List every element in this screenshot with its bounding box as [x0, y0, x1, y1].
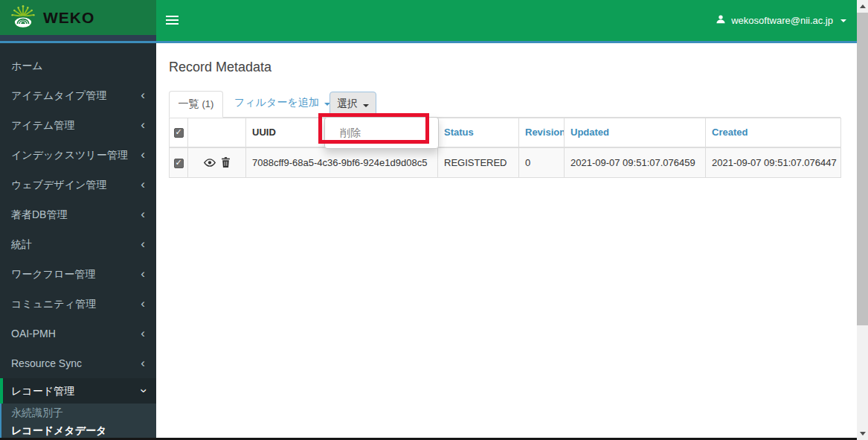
chevron-left-icon: ‹	[141, 80, 145, 110]
chevron-left-icon: ‹	[141, 348, 145, 378]
weko-admin-screen: WEKO wekosoftware@nii.ac.jp ホーム アイテムタイプ管…	[0, 0, 868, 440]
dropdown-item-delete[interactable]: 削除	[325, 118, 438, 148]
content-area: Record Metadata 一覧 (1) フィルターを追加 選択 ✓	[156, 43, 857, 438]
chevron-down-icon	[363, 104, 369, 107]
created-column-header[interactable]: Created	[706, 118, 841, 147]
sidebar-item-record-mgmt[interactable]: レコード管理‹	[0, 378, 156, 404]
brand-name: WEKO	[43, 9, 94, 27]
chevron-left-icon: ‹	[141, 140, 145, 170]
triangle-down-icon	[860, 432, 866, 436]
updated-column-header[interactable]: Updated	[565, 118, 706, 147]
record-mgmt-submenu: 永続識別子 レコードメタデータ	[0, 404, 156, 439]
sidebar-top-strip	[0, 35, 156, 41]
scrollbar-thumb[interactable]	[857, 13, 868, 325]
row-checkbox[interactable]: ✓	[174, 159, 184, 168]
sidebar-item-community-mgmt[interactable]: コミュニティ管理‹	[0, 289, 156, 319]
delete-trash-icon[interactable]	[221, 157, 231, 168]
chevron-left-icon: ‹	[141, 200, 145, 229]
user-icon	[716, 14, 726, 27]
page-scrollbar[interactable]	[857, 0, 868, 440]
sidebar-item-item-mgmt[interactable]: アイテム管理‹	[0, 110, 156, 140]
row-created: 2021-09-07 09:51:07.076447	[706, 147, 841, 178]
sidebar-item-workflow-mgmt[interactable]: ワークフロー管理‹	[0, 259, 156, 289]
top-navbar: wekosoftware@nii.ac.jp	[156, 0, 857, 41]
chevron-left-icon: ‹	[141, 170, 145, 200]
chevron-left-icon: ‹	[141, 289, 145, 319]
sidebar-item-statistics[interactable]: 統計‹	[0, 229, 156, 259]
chevron-left-icon: ‹	[141, 319, 145, 348]
brand-logo[interactable]: WEKO	[0, 0, 156, 35]
chevron-down-icon: ‹	[130, 389, 155, 393]
scroll-up-button[interactable]	[857, 0, 868, 13]
view-eye-icon[interactable]	[204, 158, 216, 168]
sidebar-item-indextree-mgmt[interactable]: インデックスツリー管理‹	[0, 140, 156, 170]
select-dropdown-button[interactable]: 選択	[329, 92, 376, 117]
add-filter-link[interactable]: フィルターを追加	[234, 96, 330, 109]
page-title: Record Metadata	[169, 60, 271, 75]
chevron-left-icon: ‹	[141, 110, 145, 140]
revision-column-header[interactable]: Revision	[519, 118, 565, 147]
sidebar-item-oai-pmh[interactable]: OAI-PMH‹	[0, 319, 156, 348]
user-menu[interactable]: wekosoftware@nii.ac.jp	[716, 0, 846, 41]
user-email: wekosoftware@nii.ac.jp	[731, 15, 833, 26]
sidebar-item-authordb-mgmt[interactable]: 著者DB管理‹	[0, 200, 156, 229]
sidebar-item-resource-sync[interactable]: Resource Sync‹	[0, 348, 156, 378]
status-column-header[interactable]: Status	[438, 118, 519, 147]
table-row: ✓	[170, 147, 841, 178]
scroll-down-button[interactable]	[857, 427, 868, 440]
sidebar: ホーム アイテムタイプ管理‹ アイテム管理‹ インデックスツリー管理‹ ウェブデ…	[0, 43, 156, 438]
hamburger-icon	[166, 16, 179, 17]
row-uuid: 7088cff9-68a5-4c36-9bf6-924e1d9d08c5	[246, 147, 438, 178]
submenu-item-record-metadata[interactable]: レコードメタデータ	[1, 421, 156, 439]
select-all-checkbox[interactable]: ✓	[174, 128, 184, 138]
row-revision: 0	[519, 147, 565, 178]
sidebar-item-itemtype-mgmt[interactable]: アイテムタイプ管理‹	[0, 80, 156, 110]
chevron-down-icon	[840, 19, 846, 22]
actions-column-header	[188, 118, 246, 147]
triangle-up-icon	[860, 4, 866, 8]
chevron-left-icon: ‹	[141, 229, 145, 259]
tab-list[interactable]: 一覧 (1)	[169, 91, 223, 118]
weko-logo-icon	[10, 2, 36, 34]
tab-list-count: (1)	[202, 98, 214, 109]
chevron-left-icon: ‹	[141, 259, 145, 289]
submenu-item-persistent-identifier[interactable]: 永続識別子	[1, 404, 156, 421]
sidebar-item-webdesign-mgmt[interactable]: ウェブデザイン管理‹	[0, 170, 156, 200]
records-table: ✓ UUID Status Revision Updated Created ✓	[169, 118, 841, 178]
sidebar-item-home[interactable]: ホーム	[0, 51, 156, 80]
table-header-row: ✓ UUID Status Revision Updated Created	[170, 118, 841, 147]
sidebar-toggle-button[interactable]	[166, 16, 179, 27]
row-updated: 2021-09-07 09:51:07.076459	[565, 147, 706, 178]
row-status: REGISTERED	[438, 147, 519, 178]
select-dropdown-menu: 削除	[324, 117, 439, 149]
